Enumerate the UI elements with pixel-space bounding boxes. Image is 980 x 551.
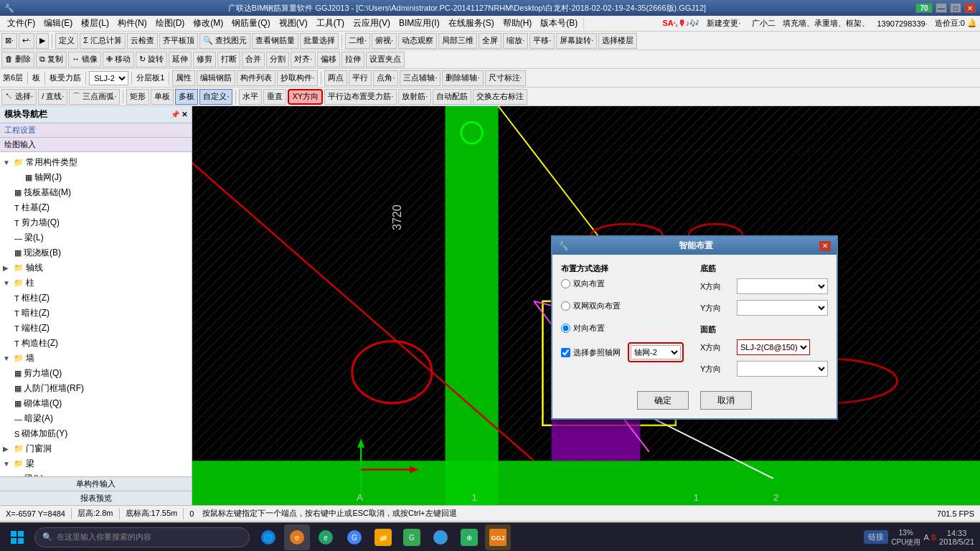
tb-del-axis[interactable]: 删除辅轴· xyxy=(442,70,483,86)
tb-horizontal[interactable]: 水平 xyxy=(239,89,262,105)
tb-undo[interactable]: ↩· xyxy=(19,33,34,49)
tb-local-3d[interactable]: 局部三维 xyxy=(438,33,477,49)
tree-pilecap[interactable]: T 柱基(Z) xyxy=(0,200,192,215)
tb-mirror[interactable]: ↔ 镜像 xyxy=(68,52,101,67)
tb-property[interactable]: 属性 xyxy=(172,70,195,86)
tb-dimension[interactable]: 尺寸标注· xyxy=(485,70,526,86)
dialog-axis-checkbox[interactable] xyxy=(561,348,570,357)
task-app-5[interactable]: 📁 xyxy=(370,524,396,550)
tb-break[interactable]: 打断 xyxy=(217,52,240,67)
tree-shearwall-common[interactable]: T 剪力墙(Q) xyxy=(0,215,192,230)
tb-slj-select[interactable]: SLJ-2 xyxy=(89,71,128,85)
tb-rotate[interactable]: ↻ 旋转 xyxy=(136,52,167,67)
tb-top-view[interactable]: 俯视· xyxy=(372,33,397,49)
tb-calc[interactable]: Σ 汇总计算 xyxy=(80,33,126,49)
tb-extend[interactable]: 延伸 xyxy=(169,52,192,67)
taskbar-search[interactable]: 🔍 在这里输入你要搜索的内容 xyxy=(34,527,250,547)
tree-civil-defense[interactable]: ▦ 人防门框墙(RF) xyxy=(0,381,192,396)
sidebar-footer-single[interactable]: 单构件输入 xyxy=(0,476,192,491)
dialog-axis-checkbox-label[interactable]: 选择参照轴网 xyxy=(561,347,621,358)
dialog-bottom-y-select[interactable] xyxy=(737,300,828,316)
tb-custom[interactable]: 自定义· xyxy=(199,89,232,105)
menu-new-change[interactable]: 新建变更· xyxy=(702,17,745,30)
tb-offset[interactable]: 偏移 xyxy=(317,52,340,67)
dialog-cancel-button[interactable]: 取消 xyxy=(700,391,752,410)
tree-raft[interactable]: ▦ 筏板基础(M) xyxy=(0,185,192,200)
menu-modify[interactable]: 修改(M) xyxy=(189,16,227,31)
tb-radial[interactable]: 放射筋· xyxy=(398,89,431,105)
tree-beam-group[interactable]: ▼ 📁 梁 xyxy=(0,456,192,471)
tb-select-floor[interactable]: 选择楼层 xyxy=(598,33,637,49)
tb-fullscreen[interactable]: 全屏 xyxy=(479,33,501,49)
tb-three-point-axis[interactable]: 三点辅轴· xyxy=(400,70,440,86)
tb-find[interactable]: 🔍 查找图元 xyxy=(199,33,250,49)
menu-gxe[interactable]: 广小二 xyxy=(748,17,780,30)
tb-align-top[interactable]: 齐平板顶 xyxy=(159,33,198,49)
sidebar-subnav[interactable]: 绘图输入 xyxy=(0,138,192,152)
sidebar-nav-settings[interactable]: 工程设置 xyxy=(4,125,36,136)
tb-batch-select[interactable]: 批量选择 xyxy=(300,33,339,49)
menu-phone[interactable]: 13907298339· xyxy=(872,18,931,29)
tree-shear-wall[interactable]: ▦ 剪力墙(Q) xyxy=(0,366,192,381)
dialog-opt1-input[interactable] xyxy=(561,279,570,288)
menu-cloud[interactable]: 云应用(V) xyxy=(349,16,395,31)
tb-two-point[interactable]: 两点 xyxy=(324,70,347,86)
tb-pan[interactable]: 平移· xyxy=(529,33,555,49)
tree-axisline[interactable]: ▶ 📁 轴线 xyxy=(0,260,192,276)
tb-screen-rotate[interactable]: 屏幕旋转· xyxy=(556,33,597,49)
tb-swap-label[interactable]: 交换左右标注 xyxy=(473,89,527,105)
tree-common-types[interactable]: ▼ 📁 常用构件类型 xyxy=(0,155,192,170)
task-app-4[interactable]: G xyxy=(341,524,367,550)
tb-cloud-check[interactable]: 云检查 xyxy=(127,33,158,49)
tb-line[interactable]: / 直线· xyxy=(38,89,67,105)
tb-vertical[interactable]: 垂直 xyxy=(263,89,286,105)
menu-edit[interactable]: 编辑(E) xyxy=(39,16,77,31)
tb-merge[interactable]: 合并 xyxy=(242,52,265,67)
tree-door-window[interactable]: ▶ 📁 门窗洞 xyxy=(0,441,192,456)
menu-view[interactable]: 视图(V) xyxy=(275,16,312,31)
tb-define[interactable]: 定义 xyxy=(55,33,78,49)
menu-floor[interactable]: 楼层(L) xyxy=(77,16,113,31)
tb-copy-component[interactable]: 抄取构件· xyxy=(277,70,318,86)
tree-struct-col[interactable]: T 构造柱(Z) xyxy=(0,336,192,351)
task-app-3[interactable]: e xyxy=(313,524,339,550)
tb-parallel-edge[interactable]: 平行边布置受力筋· xyxy=(324,89,397,105)
menu-file[interactable]: 文件(F) xyxy=(3,16,39,31)
tree-hidden-col[interactable]: T 暗柱(Z) xyxy=(0,306,192,321)
tb-view-rebar[interactable]: 查看钢筋量 xyxy=(252,33,298,49)
tree-masonry[interactable]: ▦ 砌体墙(Q) xyxy=(0,396,192,411)
tb-edit-rebar[interactable]: 编辑钢筋 xyxy=(197,70,235,86)
menu-help[interactable]: 帮助(H) xyxy=(499,16,537,31)
tb-dynamic[interactable]: 动态观察 xyxy=(398,33,437,49)
tree-beam[interactable]: — 梁(L) xyxy=(0,471,192,476)
tb-auto-config[interactable]: 自动配筋 xyxy=(433,89,471,105)
tb-rect[interactable]: 矩形 xyxy=(126,89,149,105)
menu-draw[interactable]: 绘图(D) xyxy=(151,16,189,31)
tb-new[interactable]: ⊠· xyxy=(1,33,17,49)
tree-masonry-rebar[interactable]: S 砌体加筋(Y) xyxy=(0,426,192,441)
tb-parallel[interactable]: 平行 xyxy=(349,70,372,86)
close-button[interactable]: ✕ xyxy=(964,3,976,13)
dialog-axis-select[interactable]: 轴网-2 xyxy=(631,345,681,359)
tb-arc[interactable]: ⌒ 三点画弧· xyxy=(69,89,120,105)
dialog-opt2-input[interactable] xyxy=(561,301,570,311)
tb-select[interactable]: ↖ 选择· xyxy=(1,89,37,105)
dialog-title-bar[interactable]: 🔧 智能布置 ✕ xyxy=(552,237,837,255)
dialog-opt1-radio[interactable]: 双向布置 xyxy=(561,278,605,289)
tb-stretch[interactable]: 拉伸 xyxy=(341,52,364,67)
tb-set-grip[interactable]: 设置夹点 xyxy=(366,52,405,67)
task-app-8[interactable]: ⊕ xyxy=(456,524,482,550)
tb-copy[interactable]: ⧉ 复制 xyxy=(36,52,67,67)
menu-component[interactable]: 构件(N) xyxy=(113,16,151,31)
tree-end-col[interactable]: T 端柱(Z) xyxy=(0,321,192,336)
tree-frame-col[interactable]: T 框柱(Z) xyxy=(0,291,192,306)
tree-beam-common[interactable]: — 梁(L) xyxy=(0,230,192,245)
dialog-top-x-select[interactable]: SLJ-2(C8@150) xyxy=(737,339,810,355)
tb-move[interactable]: ✙ 移动 xyxy=(103,52,134,67)
tb-trim[interactable]: 修剪 xyxy=(193,52,216,67)
tb-redo[interactable]: ▶ xyxy=(36,33,49,49)
task-app-1[interactable]: 🌐 xyxy=(255,524,281,550)
tb-zoom[interactable]: 缩放· xyxy=(503,33,528,49)
menu-bim[interactable]: BIM应用(I) xyxy=(395,16,444,31)
menu-tools[interactable]: 工具(T) xyxy=(312,16,349,31)
